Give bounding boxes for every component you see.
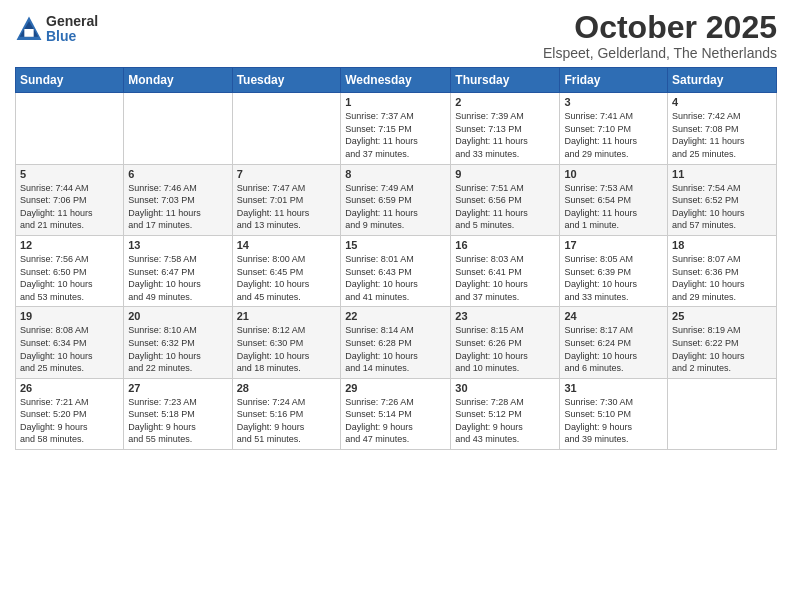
day-info: Sunrise: 8:00 AM Sunset: 6:45 PM Dayligh… [237,253,337,303]
day-info: Sunrise: 7:42 AM Sunset: 7:08 PM Dayligh… [672,110,772,160]
day-number: 18 [672,239,772,251]
calendar-body: 1Sunrise: 7:37 AM Sunset: 7:15 PM Daylig… [16,93,777,450]
day-number: 8 [345,168,446,180]
calendar-cell: 7Sunrise: 7:47 AM Sunset: 7:01 PM Daylig… [232,164,341,235]
day-number: 22 [345,310,446,322]
day-number: 3 [564,96,663,108]
day-info: Sunrise: 8:03 AM Sunset: 6:41 PM Dayligh… [455,253,555,303]
calendar-cell: 30Sunrise: 7:28 AM Sunset: 5:12 PM Dayli… [451,378,560,449]
subtitle: Elspeet, Gelderland, The Netherlands [543,45,777,61]
day-info: Sunrise: 7:49 AM Sunset: 6:59 PM Dayligh… [345,182,446,232]
calendar-header: Sunday Monday Tuesday Wednesday Thursday… [16,68,777,93]
day-info: Sunrise: 7:28 AM Sunset: 5:12 PM Dayligh… [455,396,555,446]
logo-blue-text: Blue [46,29,98,44]
day-number: 28 [237,382,337,394]
calendar-cell: 28Sunrise: 7:24 AM Sunset: 5:16 PM Dayli… [232,378,341,449]
header-wednesday: Wednesday [341,68,451,93]
day-info: Sunrise: 8:08 AM Sunset: 6:34 PM Dayligh… [20,324,119,374]
calendar-cell: 12Sunrise: 7:56 AM Sunset: 6:50 PM Dayli… [16,235,124,306]
day-info: Sunrise: 7:37 AM Sunset: 7:15 PM Dayligh… [345,110,446,160]
logo-general-text: General [46,14,98,29]
month-title: October 2025 [543,10,777,45]
calendar-cell: 16Sunrise: 8:03 AM Sunset: 6:41 PM Dayli… [451,235,560,306]
day-info: Sunrise: 8:15 AM Sunset: 6:26 PM Dayligh… [455,324,555,374]
day-info: Sunrise: 7:56 AM Sunset: 6:50 PM Dayligh… [20,253,119,303]
weekday-header-row: Sunday Monday Tuesday Wednesday Thursday… [16,68,777,93]
day-info: Sunrise: 8:14 AM Sunset: 6:28 PM Dayligh… [345,324,446,374]
calendar-cell [16,93,124,164]
calendar-week-5: 26Sunrise: 7:21 AM Sunset: 5:20 PM Dayli… [16,378,777,449]
day-info: Sunrise: 7:24 AM Sunset: 5:16 PM Dayligh… [237,396,337,446]
calendar-cell: 10Sunrise: 7:53 AM Sunset: 6:54 PM Dayli… [560,164,668,235]
day-info: Sunrise: 8:10 AM Sunset: 6:32 PM Dayligh… [128,324,227,374]
calendar-cell: 4Sunrise: 7:42 AM Sunset: 7:08 PM Daylig… [668,93,777,164]
header-tuesday: Tuesday [232,68,341,93]
day-info: Sunrise: 8:05 AM Sunset: 6:39 PM Dayligh… [564,253,663,303]
svg-rect-2 [24,29,33,37]
calendar-week-1: 1Sunrise: 7:37 AM Sunset: 7:15 PM Daylig… [16,93,777,164]
day-info: Sunrise: 8:12 AM Sunset: 6:30 PM Dayligh… [237,324,337,374]
day-number: 31 [564,382,663,394]
day-info: Sunrise: 8:01 AM Sunset: 6:43 PM Dayligh… [345,253,446,303]
calendar-cell: 8Sunrise: 7:49 AM Sunset: 6:59 PM Daylig… [341,164,451,235]
calendar-cell: 31Sunrise: 7:30 AM Sunset: 5:10 PM Dayli… [560,378,668,449]
day-number: 26 [20,382,119,394]
header-friday: Friday [560,68,668,93]
calendar-cell: 13Sunrise: 7:58 AM Sunset: 6:47 PM Dayli… [124,235,232,306]
calendar-cell: 27Sunrise: 7:23 AM Sunset: 5:18 PM Dayli… [124,378,232,449]
header-sunday: Sunday [16,68,124,93]
calendar-cell [124,93,232,164]
day-info: Sunrise: 7:58 AM Sunset: 6:47 PM Dayligh… [128,253,227,303]
day-number: 7 [237,168,337,180]
day-number: 19 [20,310,119,322]
day-number: 13 [128,239,227,251]
day-info: Sunrise: 7:39 AM Sunset: 7:13 PM Dayligh… [455,110,555,160]
calendar-cell: 24Sunrise: 8:17 AM Sunset: 6:24 PM Dayli… [560,307,668,378]
calendar-cell: 9Sunrise: 7:51 AM Sunset: 6:56 PM Daylig… [451,164,560,235]
logo: General Blue [15,14,98,45]
calendar-week-4: 19Sunrise: 8:08 AM Sunset: 6:34 PM Dayli… [16,307,777,378]
day-number: 21 [237,310,337,322]
day-number: 16 [455,239,555,251]
calendar-cell: 18Sunrise: 8:07 AM Sunset: 6:36 PM Dayli… [668,235,777,306]
day-info: Sunrise: 8:19 AM Sunset: 6:22 PM Dayligh… [672,324,772,374]
calendar-cell: 29Sunrise: 7:26 AM Sunset: 5:14 PM Dayli… [341,378,451,449]
calendar-cell: 20Sunrise: 8:10 AM Sunset: 6:32 PM Dayli… [124,307,232,378]
day-info: Sunrise: 7:21 AM Sunset: 5:20 PM Dayligh… [20,396,119,446]
calendar-cell: 21Sunrise: 8:12 AM Sunset: 6:30 PM Dayli… [232,307,341,378]
calendar-cell: 11Sunrise: 7:54 AM Sunset: 6:52 PM Dayli… [668,164,777,235]
day-number: 1 [345,96,446,108]
day-number: 4 [672,96,772,108]
calendar-cell: 14Sunrise: 8:00 AM Sunset: 6:45 PM Dayli… [232,235,341,306]
day-info: Sunrise: 7:23 AM Sunset: 5:18 PM Dayligh… [128,396,227,446]
header-thursday: Thursday [451,68,560,93]
day-number: 27 [128,382,227,394]
day-info: Sunrise: 7:53 AM Sunset: 6:54 PM Dayligh… [564,182,663,232]
calendar-cell: 2Sunrise: 7:39 AM Sunset: 7:13 PM Daylig… [451,93,560,164]
day-number: 25 [672,310,772,322]
title-block: October 2025 Elspeet, Gelderland, The Ne… [543,10,777,61]
calendar-cell: 5Sunrise: 7:44 AM Sunset: 7:06 PM Daylig… [16,164,124,235]
calendar: Sunday Monday Tuesday Wednesday Thursday… [15,67,777,450]
day-info: Sunrise: 7:47 AM Sunset: 7:01 PM Dayligh… [237,182,337,232]
day-number: 2 [455,96,555,108]
day-number: 14 [237,239,337,251]
page: General Blue October 2025 Elspeet, Gelde… [0,0,792,612]
calendar-cell: 17Sunrise: 8:05 AM Sunset: 6:39 PM Dayli… [560,235,668,306]
calendar-week-3: 12Sunrise: 7:56 AM Sunset: 6:50 PM Dayli… [16,235,777,306]
calendar-cell: 1Sunrise: 7:37 AM Sunset: 7:15 PM Daylig… [341,93,451,164]
day-number: 9 [455,168,555,180]
day-number: 5 [20,168,119,180]
calendar-cell: 23Sunrise: 8:15 AM Sunset: 6:26 PM Dayli… [451,307,560,378]
header: General Blue October 2025 Elspeet, Gelde… [15,10,777,61]
day-number: 12 [20,239,119,251]
header-saturday: Saturday [668,68,777,93]
day-info: Sunrise: 8:17 AM Sunset: 6:24 PM Dayligh… [564,324,663,374]
day-info: Sunrise: 8:07 AM Sunset: 6:36 PM Dayligh… [672,253,772,303]
day-number: 20 [128,310,227,322]
day-number: 6 [128,168,227,180]
header-monday: Monday [124,68,232,93]
day-number: 15 [345,239,446,251]
calendar-cell: 26Sunrise: 7:21 AM Sunset: 5:20 PM Dayli… [16,378,124,449]
day-info: Sunrise: 7:26 AM Sunset: 5:14 PM Dayligh… [345,396,446,446]
